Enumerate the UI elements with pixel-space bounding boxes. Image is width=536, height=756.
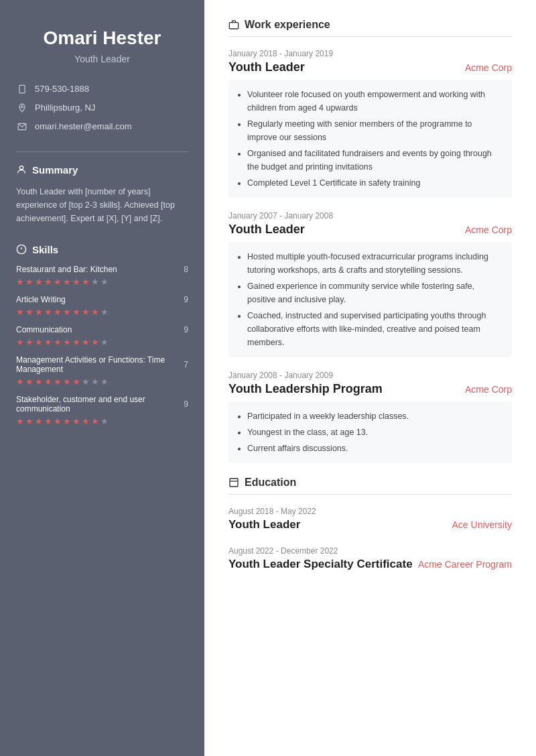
filled-star-icon: ★ xyxy=(25,416,34,426)
skill-item: Restaurant and Bar: Kitchen 8 ★★★★★★★★★★ xyxy=(16,265,188,287)
bullet-item: Coached, instructed and supervised parti… xyxy=(247,309,501,349)
skill-stars: ★★★★★★★★★★ xyxy=(16,416,188,426)
filled-star-icon: ★ xyxy=(44,307,52,317)
education-institution: Acme Career Program xyxy=(418,559,512,570)
summary-text: Youth Leader with [number of years] expe… xyxy=(16,185,188,225)
contact-email: omari.hester@email.com xyxy=(16,121,188,133)
skill-name: Management Activities or Functions: Time… xyxy=(16,355,184,374)
skill-stars: ★★★★★★★★★★ xyxy=(16,377,188,387)
entry-company: Acme Corp xyxy=(465,384,512,395)
filled-star-icon: ★ xyxy=(54,337,62,347)
svg-rect-8 xyxy=(229,23,238,29)
filled-star-icon: ★ xyxy=(16,377,24,387)
filled-star-icon: ★ xyxy=(72,337,80,347)
education-entry: August 2018 - May 2022 Youth Leader Ace … xyxy=(228,507,512,531)
skill-stars: ★★★★★★★★★★ xyxy=(16,307,188,317)
filled-star-icon: ★ xyxy=(35,277,43,287)
skill-score: 8 xyxy=(184,265,188,274)
filled-star-icon: ★ xyxy=(44,377,52,387)
filled-star-icon: ★ xyxy=(72,377,80,387)
filled-star-icon: ★ xyxy=(44,416,52,426)
entry-company: Acme Corp xyxy=(465,62,512,73)
bullet-item: Current affairs discussions. xyxy=(247,442,501,455)
entry-company: Acme Corp xyxy=(465,225,512,235)
entry-bullets: Participated in a weekly leadership clas… xyxy=(228,401,512,463)
entry-bullets: Hosted multiple youth-focused extracurri… xyxy=(228,242,512,357)
entry-date: January 2008 - January 2009 xyxy=(228,371,512,380)
empty-star-icon: ★ xyxy=(100,307,109,317)
filled-star-icon: ★ xyxy=(63,337,71,347)
filled-star-icon: ★ xyxy=(35,377,43,387)
phone-icon xyxy=(16,83,28,95)
bullet-item: Organised and facilitated fundraisers an… xyxy=(247,147,501,174)
skill-name: Article Writing xyxy=(16,295,66,304)
skill-item: Management Activities or Functions: Time… xyxy=(16,355,188,387)
filled-star-icon: ★ xyxy=(35,416,43,426)
bullet-item: Completed Level 1 Certificate in safety … xyxy=(247,176,501,190)
skill-stars: ★★★★★★★★★★ xyxy=(16,277,188,287)
filled-star-icon: ★ xyxy=(63,416,71,426)
email-icon xyxy=(16,121,28,133)
filled-star-icon: ★ xyxy=(91,416,99,426)
svg-rect-9 xyxy=(230,479,238,487)
filled-star-icon: ★ xyxy=(72,307,80,317)
filled-star-icon: ★ xyxy=(16,277,24,287)
skill-score: 9 xyxy=(184,295,188,304)
filled-star-icon: ★ xyxy=(16,307,24,317)
resume-container: Omari Hester Youth Leader 579-530-1888 P xyxy=(0,0,536,756)
summary-title: Summary xyxy=(16,164,188,176)
work-entry: January 2007 - January 2008 Youth Leader… xyxy=(228,211,512,357)
filled-star-icon: ★ xyxy=(63,307,71,317)
bullet-item: Regularly meeting with senior members of… xyxy=(247,117,501,144)
filled-star-icon: ★ xyxy=(35,337,43,347)
empty-star-icon: ★ xyxy=(100,337,109,347)
filled-star-icon: ★ xyxy=(72,416,80,426)
entry-title: Youth Leader xyxy=(228,223,305,237)
svg-point-2 xyxy=(21,105,23,107)
filled-star-icon: ★ xyxy=(63,277,71,287)
entry-title: Youth Leadership Program xyxy=(228,382,383,396)
contact-phone: 579-530-1888 xyxy=(16,83,188,95)
filled-star-icon: ★ xyxy=(54,416,62,426)
skill-item: Communication 9 ★★★★★★★★★★ xyxy=(16,325,188,347)
svg-rect-0 xyxy=(19,85,25,93)
empty-star-icon: ★ xyxy=(100,416,109,426)
work-experience-section: Work experience January 2018 - January 2… xyxy=(228,19,512,463)
empty-star-icon: ★ xyxy=(100,377,109,387)
empty-star-icon: ★ xyxy=(82,377,90,387)
filled-star-icon: ★ xyxy=(54,277,62,287)
skill-name: Stakeholder, customer and end user commu… xyxy=(16,395,184,414)
filled-star-icon: ★ xyxy=(44,337,52,347)
filled-star-icon: ★ xyxy=(16,416,24,426)
filled-star-icon: ★ xyxy=(91,337,99,347)
filled-star-icon: ★ xyxy=(35,307,43,317)
skill-name: Communication xyxy=(16,325,72,334)
skill-stars: ★★★★★★★★★★ xyxy=(16,337,188,347)
education-section-title: Education xyxy=(228,477,512,489)
education-institution: Ace University xyxy=(452,519,512,530)
work-entry: January 2008 - January 2009 Youth Leader… xyxy=(228,371,512,463)
filled-star-icon: ★ xyxy=(44,277,52,287)
skill-score: 7 xyxy=(184,360,188,369)
empty-star-icon: ★ xyxy=(100,277,109,287)
bullet-item: Participated in a weekly leadership clas… xyxy=(247,410,501,423)
empty-star-icon: ★ xyxy=(91,277,99,287)
filled-star-icon: ★ xyxy=(82,416,90,426)
skill-score: 9 xyxy=(184,325,188,334)
skill-item: Article Writing 9 ★★★★★★★★★★ xyxy=(16,295,188,317)
skills-section: Skills Restaurant and Bar: Kitchen 8 ★★★… xyxy=(16,244,188,426)
bullet-item: Youngest in the class, at age 13. xyxy=(247,426,501,439)
work-entry: January 2018 - January 2019 Youth Leader… xyxy=(228,49,512,198)
contact-location: Phillipsburg, NJ xyxy=(16,102,188,114)
education-title: Youth Leader Specialty Certificate xyxy=(228,558,413,571)
candidate-title: Youth Leader xyxy=(16,54,188,64)
filled-star-icon: ★ xyxy=(72,277,80,287)
candidate-name: Omari Hester xyxy=(16,27,188,50)
summary-section: Summary Youth Leader with [number of yea… xyxy=(16,164,188,225)
main-content: Work experience January 2018 - January 2… xyxy=(204,0,536,756)
filled-star-icon: ★ xyxy=(63,377,71,387)
filled-star-icon: ★ xyxy=(25,377,34,387)
filled-star-icon: ★ xyxy=(91,307,99,317)
skill-item: Stakeholder, customer and end user commu… xyxy=(16,395,188,426)
filled-star-icon: ★ xyxy=(16,337,24,347)
